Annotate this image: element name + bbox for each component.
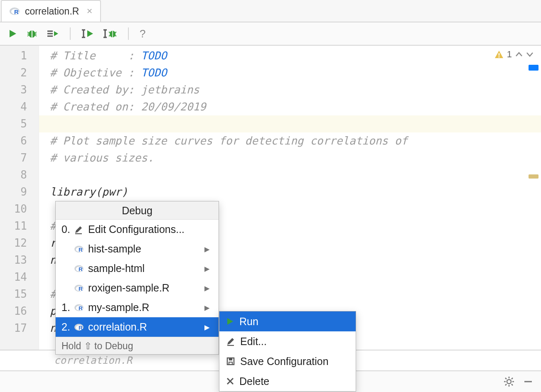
menu-item-label: Save Configuration (240, 355, 329, 368)
close-tab-icon[interactable]: ✕ (86, 7, 93, 16)
code-line[interactable] (39, 115, 541, 132)
debug-popup[interactable]: Debug 0. Edit Configurations... Rhist-sa… (55, 201, 219, 355)
line-number: 1 (0, 47, 39, 64)
line-number: 5 (0, 115, 39, 132)
run-selection-icon[interactable] (47, 29, 59, 38)
next-problem-icon[interactable] (526, 51, 534, 57)
line-number: 17 (0, 320, 39, 337)
line-number: 16 (0, 303, 39, 320)
breadcrumb-item[interactable]: correlation.R (54, 355, 132, 366)
pencil-icon (74, 225, 88, 234)
line-number: 10 (0, 201, 39, 218)
r-logo-icon: R (74, 284, 88, 292)
svg-text:R: R (14, 8, 19, 15)
code-line[interactable]: # various sizes. (39, 149, 541, 167)
svg-rect-56 (229, 358, 232, 360)
submenu-arrow-icon: ▸ (204, 321, 213, 333)
line-number: 2 (0, 64, 39, 81)
run-cursor-icon[interactable] (81, 29, 94, 39)
toolbar-separator (128, 27, 129, 40)
debug-config-item[interactable]: Rroxigen-sample.R▸ (56, 278, 219, 298)
debug-icon[interactable] (27, 29, 37, 39)
menu-item-label: sample-html (88, 262, 204, 274)
svg-line-33 (505, 378, 507, 379)
submenu-item[interactable]: Save Configuration (219, 351, 356, 371)
menu-item-label: Delete (239, 375, 269, 387)
code-line[interactable]: # Plot sample size curves for detecting … (39, 132, 541, 149)
menu-item-label: correlation.R (88, 321, 204, 333)
prev-problem-icon[interactable] (515, 51, 523, 57)
help-icon[interactable]: ? (140, 27, 145, 40)
debug-config-item[interactable]: Rhist-sample▸ (56, 239, 219, 259)
r-logo-icon: R (74, 245, 88, 253)
submenu-arrow-icon: ▸ (204, 301, 213, 314)
line-number: 4 (0, 98, 39, 115)
line-number-gutter: 1234567891011121314151617 (0, 46, 39, 369)
svg-point-28 (507, 380, 511, 384)
code-line[interactable]: # Created by: jetbrains (39, 81, 541, 98)
submenu-item[interactable]: Run (219, 311, 356, 331)
tab-bar: R correlation.R ✕ (0, 0, 541, 22)
line-number: 3 (0, 81, 39, 98)
menu-item-label: Edit... (240, 336, 267, 348)
line-number: 15 (0, 286, 39, 303)
r-logo-icon: R (74, 265, 88, 273)
submenu-arrow-icon: ▸ (204, 262, 213, 274)
line-number: 11 (0, 218, 39, 235)
code-line[interactable]: # Title : TODO (39, 47, 541, 64)
debug-config-item[interactable]: 1.Rmy-sample.R▸ (56, 298, 219, 317)
menu-item-label: my-sample.R (88, 301, 204, 314)
line-number: 9 (0, 184, 39, 201)
menu-item-label: Run (239, 316, 258, 328)
menu-item-label: Edit Configurations... (88, 223, 213, 235)
debug-cursor-icon[interactable] (103, 29, 117, 39)
cross-icon (226, 377, 234, 385)
line-number: 12 (0, 235, 39, 252)
menu-item-label: roxigen-sample.R (88, 282, 204, 294)
play-icon (226, 317, 234, 326)
code-line[interactable] (39, 167, 541, 184)
svg-text:R: R (79, 305, 83, 311)
r-logo-icon: R (74, 323, 88, 331)
editor-tab[interactable]: R correlation.R ✕ (1, 0, 101, 22)
submenu-item[interactable]: Delete (219, 371, 356, 391)
code-line[interactable]: library(pwr) (39, 184, 541, 201)
line-number: 6 (0, 132, 39, 149)
svg-line-34 (511, 384, 513, 385)
pencil-icon (226, 337, 235, 346)
code-line[interactable]: # Objective : TODO (39, 64, 541, 81)
svg-text:R: R (79, 286, 83, 292)
debug-config-item[interactable]: Rsample-html▸ (56, 259, 219, 278)
svg-line-36 (505, 384, 507, 385)
line-number: 8 (0, 167, 39, 184)
svg-text:R: R (79, 247, 83, 253)
save-icon (226, 357, 235, 366)
inspection-summary[interactable]: 1 (494, 49, 534, 60)
r-logo-icon: R (9, 7, 20, 16)
svg-point-27 (498, 56, 499, 58)
editor-toolbar: ? (0, 22, 541, 46)
popup-hint: Hold ⇧ to Debug (56, 337, 219, 354)
popup-title: Debug (56, 201, 219, 220)
r-logo-icon: R (74, 304, 88, 312)
line-number: 13 (0, 252, 39, 269)
svg-line-35 (511, 378, 513, 379)
code-line[interactable]: # Created on: 20/09/2019 (39, 98, 541, 115)
submenu-arrow-icon: ▸ (204, 243, 213, 255)
edit-configurations-item[interactable]: 0. Edit Configurations... (56, 220, 219, 239)
menu-item-label: hist-sample (88, 243, 204, 255)
submenu-item[interactable]: Edit... (219, 331, 356, 351)
toolbar-separator (70, 27, 71, 40)
warning-count: 1 (507, 49, 512, 60)
run-icon[interactable] (8, 29, 17, 38)
line-number: 7 (0, 149, 39, 167)
scroll-marker[interactable] (529, 65, 539, 71)
svg-text:R: R (79, 325, 83, 331)
submenu-arrow-icon: ▸ (204, 282, 213, 294)
debug-config-item[interactable]: 2.Rcorrelation.R▸ (56, 317, 219, 337)
warning-icon (494, 50, 504, 59)
scroll-marker[interactable] (529, 174, 539, 179)
debug-submenu[interactable]: RunEdit...Save ConfigurationDelete (219, 311, 356, 392)
minimize-icon[interactable] (524, 377, 533, 386)
gear-icon[interactable] (504, 376, 514, 387)
